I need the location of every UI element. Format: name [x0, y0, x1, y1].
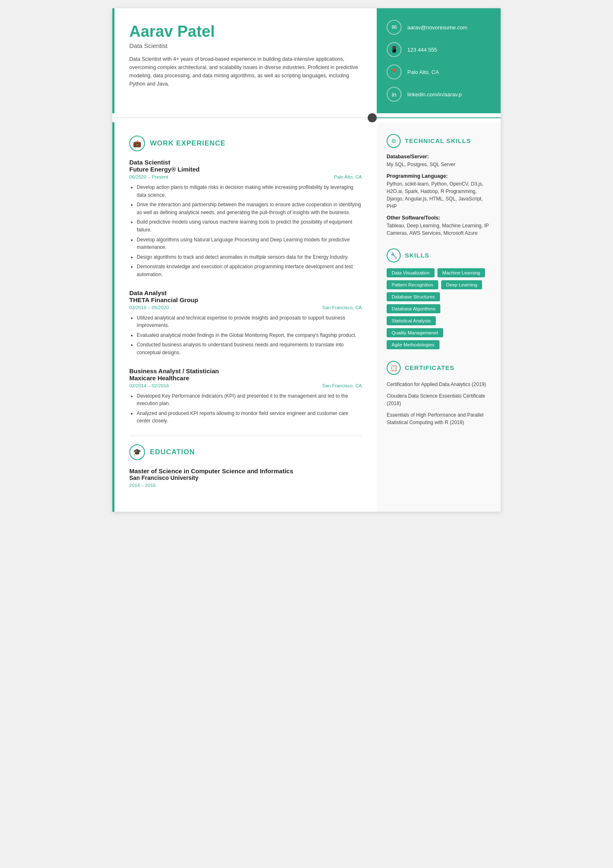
- linkedin-icon: in: [387, 87, 402, 102]
- certificates-section: 📋 CERTIFICATES Certification for Applied…: [387, 361, 491, 426]
- body: 💼 WORK EXPERIENCE Data Scientist Future …: [112, 122, 501, 512]
- body-right: ⚙ TECHNICAL SKILLS Database/Server: My S…: [377, 122, 501, 512]
- skill-tag: Quality Managemenet: [387, 328, 443, 337]
- job-2-company: THETA Financial Group: [129, 296, 362, 303]
- skill-other-text: Tableau, Deep Learning, Machine Learning…: [387, 222, 491, 237]
- list-item: Utilized analytical and technical expert…: [137, 314, 362, 329]
- job-2-location: San Francisco, CA: [322, 305, 362, 310]
- skill-database: Database/Server: My SQL, Postgres, SQL S…: [387, 154, 491, 168]
- work-experience-label: WORK EXPERIENCE: [150, 139, 226, 148]
- location-icon: 📍: [387, 64, 402, 79]
- list-item: Demonstrate knowledge and execution of a…: [137, 263, 362, 278]
- linkedin-text: linkedin.com/in/aarav.p: [407, 91, 462, 98]
- job-1-dates: 06/2020 – Present: [129, 174, 168, 179]
- technical-skills-icon: ⚙: [387, 134, 401, 148]
- header-left: Aarav Patel Data Scientist Data Scientis…: [112, 8, 377, 113]
- candidate-summary: Data Scientist with 4+ years of broad-ba…: [129, 55, 362, 88]
- skill-tag: Statistical Analysis: [387, 316, 436, 325]
- job-2-bullets: Utilized analytical and technical expert…: [129, 314, 362, 357]
- list-item: Develop algorithms using Natural Languag…: [137, 236, 362, 251]
- divider-left: [112, 117, 368, 118]
- work-experience-section-title: 💼 WORK EXPERIENCE: [129, 136, 362, 151]
- skill-tag: Machine Learning: [437, 268, 485, 277]
- skill-tag: Database Algorithms: [387, 304, 440, 313]
- skill-other: Other Software/Tools: Tableau, Deep Lear…: [387, 215, 491, 237]
- resume-container: Aarav Patel Data Scientist Data Scientis…: [112, 8, 501, 512]
- job-2-title: Data Analyst: [129, 289, 362, 296]
- skills-tags-container: Data VisualizationMachine LearningPatter…: [387, 268, 491, 349]
- list-item: Build predictive models using various ma…: [137, 218, 362, 234]
- skill-tag: Deep Learning: [441, 280, 482, 289]
- certificates-icon: 📋: [387, 361, 401, 375]
- divider-circle: [368, 113, 377, 122]
- body-left: 💼 WORK EXPERIENCE Data Scientist Future …: [112, 122, 377, 512]
- job-3-meta: 02/2014 – 02/2016 San Francisco, CA: [129, 383, 362, 388]
- certificates-label: CERTIFICATES: [405, 364, 454, 372]
- skills-icon: 🔧: [387, 248, 401, 262]
- header: Aarav Patel Data Scientist Data Scientis…: [112, 8, 501, 113]
- education-1: Master of Science in Computer Science an…: [129, 467, 362, 488]
- divider-right: [377, 117, 501, 118]
- edu-1-years: 2014 – 2016: [129, 483, 362, 488]
- technical-skills-label: TECHNICAL SKILLS: [405, 137, 471, 145]
- job-1: Data Scientist Future Energy® Limited 06…: [129, 159, 362, 279]
- job-3: Business Analyst / Statistician Maxicare…: [129, 367, 362, 425]
- list-item: Develop action plans to mitigate risks i…: [137, 184, 362, 199]
- job-1-company: Future Energy® Limited: [129, 166, 362, 173]
- location-text: Palo Alto, CA: [407, 69, 439, 75]
- certificates-title: 📋 CERTIFICATES: [387, 361, 491, 375]
- candidate-name: Aarav Patel: [129, 23, 362, 41]
- section-divider: [129, 436, 362, 436]
- certificates-list: Certification for Applied Data Analytics…: [387, 381, 491, 426]
- job-2: Data Analyst THETA Financial Group 03/20…: [129, 289, 362, 357]
- skill-database-label: Database/Server:: [387, 154, 491, 160]
- contact-email: ✉ aarav@novoresume.com: [387, 20, 491, 35]
- certificate-item: Cloudera Data Science Essentials Certifi…: [387, 392, 491, 407]
- list-item: Analyzed and produced KPI reports allowi…: [137, 410, 362, 425]
- job-3-company: Maxicare Healthcare: [129, 374, 362, 382]
- job-2-dates: 03/2016 – 05/2020: [129, 305, 169, 310]
- contact-linkedin: in linkedin.com/in/aarav.p: [387, 87, 491, 102]
- skill-database-text: My SQL, Postgres, SQL Server: [387, 161, 491, 168]
- skill-tag: Agile Methodologies: [387, 340, 440, 349]
- job-1-bullets: Develop action plans to mitigate risks i…: [129, 184, 362, 279]
- technical-skills-title: ⚙ TECHNICAL SKILLS: [387, 134, 491, 148]
- skills-title: 🔧 SKILLS: [387, 248, 491, 262]
- skill-other-label: Other Software/Tools:: [387, 215, 491, 221]
- job-1-title: Data Scientist: [129, 159, 362, 166]
- skill-tag: Database Structures: [387, 292, 440, 301]
- education-section-title: 🎓 EDUCATION: [129, 444, 362, 460]
- job-3-bullets: Developed Key Performance Indicators (KP…: [129, 392, 362, 425]
- job-1-meta: 06/2020 – Present Palo Alto, CA: [129, 174, 362, 179]
- education-label: EDUCATION: [150, 448, 195, 456]
- certificate-item: Essentials of High Performance and Paral…: [387, 411, 491, 426]
- skill-tag: Data Visualization: [387, 268, 435, 277]
- phone-text: 123 444 555: [407, 47, 437, 53]
- email-icon: ✉: [387, 20, 402, 35]
- header-divider: [112, 113, 501, 122]
- certificate-item: Certification for Applied Data Analytics…: [387, 381, 491, 388]
- contact-location: 📍 Palo Alto, CA: [387, 64, 491, 79]
- list-item: Evaluated analytical model findings in t…: [137, 331, 362, 339]
- contact-phone: 📱 123 444 555: [387, 42, 491, 57]
- job-3-dates: 02/2014 – 02/2016: [129, 383, 169, 388]
- skill-programming-label: Programming Language:: [387, 173, 491, 179]
- skill-programming: Programming Language: Python, scikit-lea…: [387, 173, 491, 210]
- list-item: Conducted business analysis to understan…: [137, 341, 362, 356]
- skills-section: 🔧 SKILLS Data VisualizationMachine Learn…: [387, 248, 491, 349]
- skill-tag: Pattern Recognition: [387, 280, 438, 289]
- job-3-title: Business Analyst / Statistician: [129, 367, 362, 374]
- header-right: ✉ aarav@novoresume.com 📱 123 444 555 📍 P…: [377, 8, 501, 113]
- candidate-title: Data Scientist: [129, 42, 362, 49]
- phone-icon: 📱: [387, 42, 402, 57]
- email-text: aarav@novoresume.com: [407, 24, 467, 31]
- job-1-location: Palo Alto, CA: [334, 174, 362, 179]
- skill-programming-text: Python, scikit-learn, Python, OpenCV, D3…: [387, 180, 491, 210]
- work-experience-icon: 💼: [129, 136, 145, 151]
- job-2-meta: 03/2016 – 05/2020 San Francisco, CA: [129, 305, 362, 310]
- edu-1-school: San Francisco University: [129, 475, 362, 481]
- edu-1-degree: Master of Science in Computer Science an…: [129, 467, 362, 475]
- job-3-location: San Francisco, CA: [322, 383, 362, 388]
- list-item: Drive the interaction and partnership be…: [137, 201, 362, 216]
- list-item: Design algorithms to track and detect an…: [137, 253, 362, 261]
